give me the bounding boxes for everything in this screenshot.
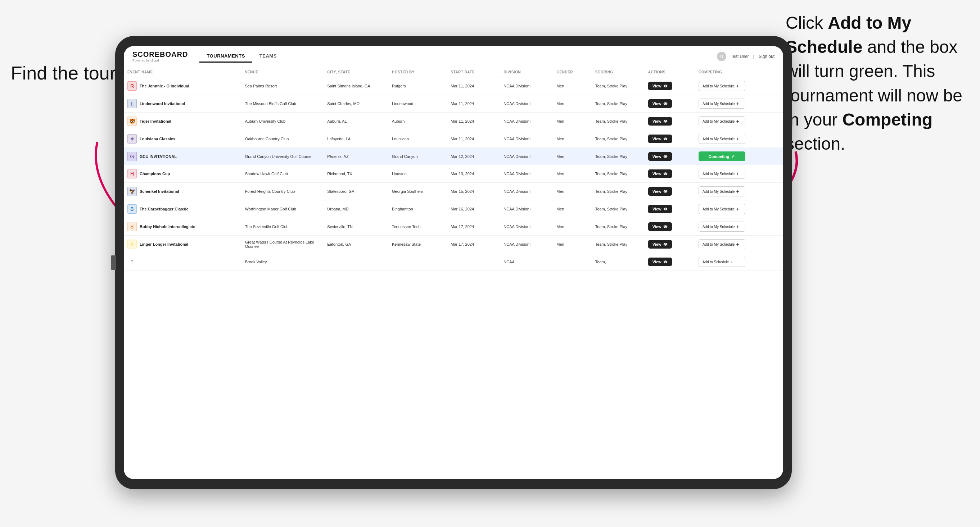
add-to-schedule-button[interactable]: Add to My Schedule + [698,98,745,109]
view-button[interactable]: View [648,152,672,161]
cell-venue: Shadow Hawk Golf Club [242,165,324,183]
nav-tabs: TOURNAMENTS TEAMS [199,50,717,63]
cell-actions: View [644,77,695,95]
cell-gender: Men [553,236,591,253]
view-button[interactable]: View [648,187,672,196]
add-to-schedule-button[interactable]: Add to My Schedule + [698,239,745,249]
view-button[interactable]: View [648,99,672,108]
view-button[interactable]: View [648,257,672,266]
event-name-text: The Carpetbagger Classic [140,207,189,211]
cell-venue: Oakbourne Country Club [242,130,324,148]
team-logo: ⚜ [127,134,137,143]
user-name: Test User [730,54,749,59]
view-button[interactable]: View [648,205,672,213]
cell-date [447,253,500,271]
team-logo: 🐯 [127,117,137,126]
add-schedule-label: Add to My Schedule [703,172,735,176]
cell-date: Mar 17, 2024 [447,218,500,236]
header-separator: | [753,54,754,59]
cell-host: Auburn [388,113,447,130]
plus-icon: + [736,242,739,247]
view-button[interactable]: View [648,82,672,90]
add-to-schedule-button[interactable]: Add to My Schedule + [698,186,745,197]
add-schedule-label: Add to My Schedule [703,137,735,141]
table-body: RThe Johnnie - O IndividualSea Palms Res… [124,77,783,271]
cell-actions: View [644,95,695,113]
cell-division: NCAA [500,253,553,271]
cell-event-name: 🐯Tiger Invitational [124,113,242,130]
team-logo: L [127,99,137,108]
cell-date: Mar 11, 2024 [447,130,500,148]
view-button[interactable]: View [648,222,672,231]
team-logo: B [127,204,137,214]
cell-scoring: Team, Stroke Play [592,218,644,236]
cell-city: Saint Charles, MO [323,95,388,113]
plus-icon: + [736,119,739,124]
cell-city: Sevierville, TN [323,218,388,236]
add-to-schedule-button[interactable]: Add to My Schedule + [698,169,745,179]
cell-competing: Competing ✓ [695,148,783,165]
cell-competing: Add to My Schedule + [695,113,783,130]
cell-date: Mar 11, 2024 [447,77,500,95]
logo-area: SCOREBOARD Powered by clippd [132,51,188,62]
cell-actions: View [644,130,695,148]
add-to-schedule-button[interactable]: Add to My Schedule + [698,222,745,232]
cell-scoring: Team, Stroke Play [592,148,644,165]
cell-host: Houston [388,165,447,183]
add-to-schedule-button[interactable]: Add to My Schedule + [698,81,745,91]
add-to-schedule-button[interactable]: Add to Schedule + [698,257,745,267]
team-logo: H [127,169,137,178]
cell-event-name: GGCU INVITATIONAL [124,148,242,165]
cell-scoring: Team, Stroke Play [592,113,644,130]
tab-tournaments[interactable]: TOURNAMENTS [199,50,252,63]
table-row: ⚜Louisiana ClassicsOakbourne Country Clu… [124,130,783,148]
view-button[interactable]: View [648,170,672,178]
competing-button[interactable]: Competing ✓ [698,151,745,161]
event-name-text: Tiger Invitational [140,119,171,124]
cell-division: NCAA Division I [500,183,553,200]
cell-venue: Great Waters Course At Reynolds Lake Oco… [242,236,324,253]
team-logo: G [127,152,137,161]
cell-gender: Men [553,95,591,113]
cell-date: Mar 13, 2024 [447,165,500,183]
logo-sub: Powered by clippd [132,59,188,62]
table-row: 🐯Tiger InvitationalAuburn University Clu… [124,113,783,130]
cell-event-name: 🦅Schenkel Invitational [124,183,242,200]
col-header-host: HOSTED BY [388,67,447,77]
competing-label: Competing [709,154,729,159]
add-to-schedule-button[interactable]: Add to My Schedule + [698,116,745,126]
tab-teams[interactable]: TEAMS [252,50,284,63]
cell-division: NCAA Division I [500,77,553,95]
add-schedule-label: Add to My Schedule [703,190,735,194]
cell-event-name: LLindenwood Invitational [124,95,242,113]
cell-host: Grand Canyon [388,148,447,165]
plus-icon: + [736,101,739,106]
table-row: ?Brook ValleyNCAATeam,View Add to Schedu… [124,253,783,271]
annotation-right: Click Add to My Schedule and the box wil… [786,11,966,156]
team-logo: K [127,240,137,249]
view-button[interactable]: View [648,240,672,249]
cell-division: NCAA Division I [500,113,553,130]
header-right: U Test User | Sign out [717,52,775,61]
cell-host: Kennesaw State [388,236,447,253]
table-row: BThe Carpetbagger ClassicWorthington Man… [124,200,783,218]
view-button[interactable]: View [648,117,672,125]
cell-event-name: BThe Carpetbagger Classic [124,200,242,218]
add-to-schedule-button[interactable]: Add to My Schedule + [698,204,745,214]
sign-out-link[interactable]: Sign out [759,54,775,59]
table-container: EVENT NAME VENUE CITY, STATE HOSTED BY S… [124,67,783,479]
cell-venue: Forest Heights Country Club [242,183,324,200]
col-header-venue: VENUE [242,67,324,77]
cell-date: Mar 11, 2024 [447,113,500,130]
col-header-actions: ACTIONS [644,67,695,77]
table-row: RThe Johnnie - O IndividualSea Palms Res… [124,77,783,95]
cell-event-name: ? [124,253,242,271]
event-name-text: Linger Longer Invitational [140,242,188,246]
cell-division: NCAA Division I [500,236,553,253]
add-to-schedule-button[interactable]: Add to My Schedule + [698,134,745,144]
cell-competing: Add to My Schedule + [695,130,783,148]
cell-host: Georgia Southern [388,183,447,200]
view-button[interactable]: View [648,135,672,143]
col-header-date: START DATE [447,67,500,77]
cell-division: NCAA Division I [500,200,553,218]
